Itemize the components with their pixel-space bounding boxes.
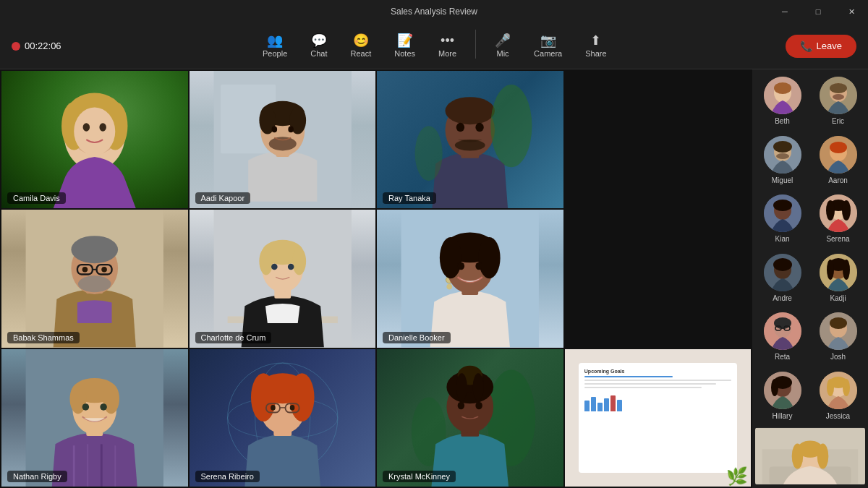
sidebar-miguel[interactable]: Miguel xyxy=(755,132,809,189)
sidebar-josh[interactable]: Josh xyxy=(811,308,865,366)
svg-point-43 xyxy=(271,264,278,270)
chat-button[interactable]: 💬 Chat xyxy=(300,30,337,62)
krystal-avatar xyxy=(377,349,563,487)
jessica-video-preview[interactable] xyxy=(755,427,865,485)
phone-icon: 📞 xyxy=(800,40,812,52)
title-bar: Sales Analysis Review ─ □ ✕ xyxy=(0,0,868,23)
people-label: People xyxy=(263,49,287,58)
camila-avatar xyxy=(1,71,188,208)
svg-point-17 xyxy=(288,127,294,133)
svg-point-87 xyxy=(456,373,467,401)
presentation-content: Upcoming Goals xyxy=(579,363,737,473)
serena-r-nametag: Serena Ribeiro xyxy=(195,471,260,482)
svg-point-41 xyxy=(259,248,273,275)
svg-point-79 xyxy=(289,405,294,411)
aadi-nametag: Aadi Kapoor xyxy=(195,192,251,204)
avatar-eric xyxy=(820,77,857,114)
close-button[interactable]: ✕ xyxy=(835,0,868,23)
react-label: React xyxy=(351,49,372,58)
tile-presentation[interactable]: Upcoming Goals 🌿 xyxy=(565,349,752,487)
chat-label: Chat xyxy=(310,49,327,58)
camera-label: Camera xyxy=(534,49,562,58)
svg-point-93 xyxy=(774,82,791,94)
sidebar-beth[interactable]: Beth xyxy=(755,72,809,130)
more-button[interactable]: ••• More xyxy=(428,30,467,62)
maximize-button[interactable]: □ xyxy=(801,0,835,23)
charlotte-avatar xyxy=(190,210,376,347)
camera-button[interactable]: 📷 Camera xyxy=(524,30,572,62)
sidebar-participants: Beth Eric xyxy=(752,69,868,488)
tile-danielle[interactable]: Danielle Booker xyxy=(377,210,563,347)
mic-button[interactable]: 🎤 Mic xyxy=(485,30,521,62)
svg-point-44 xyxy=(287,264,294,270)
tile-camila[interactable]: Camila Davis xyxy=(1,71,188,208)
svg-point-66 xyxy=(100,403,107,411)
sidebar-jessica[interactable]: Jessica xyxy=(811,367,865,424)
leave-button[interactable]: 📞 Leave xyxy=(786,35,856,58)
sidebar-eric[interactable]: Eric xyxy=(811,72,865,130)
name-andre: Andre xyxy=(773,294,792,302)
avatar-serena xyxy=(820,194,857,232)
presentation-title: Upcoming Goals xyxy=(584,369,731,374)
danielle-avatar xyxy=(377,210,563,347)
sidebar-kadji[interactable]: Kadji xyxy=(811,249,865,307)
sidebar-reta[interactable]: Reta xyxy=(755,308,809,366)
main-content: Camila Davis xyxy=(0,69,868,488)
toolbar-center: 👥 People 💬 Chat 😊 React 📝 Notes ••• More… xyxy=(84,30,786,62)
sidebar-aaron[interactable]: Aaron xyxy=(811,132,865,189)
svg-point-54 xyxy=(475,262,482,270)
svg-point-30 xyxy=(78,276,111,293)
aadi-avatar xyxy=(190,71,376,208)
tile-empty-r1c4 xyxy=(565,71,752,208)
notes-button[interactable]: 📝 Notes xyxy=(384,30,425,62)
share-button[interactable]: ⬆ Share xyxy=(575,30,616,62)
svg-point-53 xyxy=(458,262,465,270)
tile-serena-r[interactable]: Serena Ribeiro xyxy=(190,349,376,487)
video-grid: Camila Davis xyxy=(0,69,752,488)
krystal-nametag: Krystal McKinney xyxy=(383,471,456,482)
mic-icon: 🎤 xyxy=(495,34,511,47)
svg-point-74 xyxy=(289,373,314,421)
react-icon: 😊 xyxy=(353,34,369,47)
svg-point-96 xyxy=(830,83,847,93)
svg-point-5 xyxy=(74,107,115,155)
recording-indicator xyxy=(12,42,20,51)
ray-nametag: Ray Tanaka xyxy=(383,192,436,204)
svg-point-111 xyxy=(826,200,835,221)
danielle-nametag: Danielle Booker xyxy=(383,332,451,343)
sidebar-kian[interactable]: Kian xyxy=(755,190,809,248)
svg-point-34 xyxy=(82,267,88,273)
tile-aadi[interactable]: Aadi Kapoor xyxy=(190,71,376,208)
avatar-hillary xyxy=(764,372,801,409)
sidebar-hillary[interactable]: Hillary xyxy=(755,367,809,424)
svg-point-137 xyxy=(827,379,834,396)
tile-babak[interactable]: Babak Shammas xyxy=(1,210,188,347)
window-controls: ─ □ ✕ xyxy=(768,0,868,23)
people-button[interactable]: 👥 People xyxy=(252,30,297,62)
svg-point-22 xyxy=(456,123,464,132)
people-icon: 👥 xyxy=(267,34,283,47)
svg-point-97 xyxy=(833,94,844,100)
share-icon: ⬆ xyxy=(590,34,601,47)
sidebar-serena[interactable]: Serena xyxy=(811,190,865,248)
avatar-josh xyxy=(820,312,857,350)
sidebar-andre[interactable]: Andre xyxy=(755,249,809,307)
svg-point-120 xyxy=(843,260,850,280)
tile-ray[interactable]: Ray Tanaka xyxy=(377,71,563,208)
ray-avatar xyxy=(377,71,563,208)
chat-icon: 💬 xyxy=(311,34,327,47)
avatar-aaron xyxy=(820,136,857,174)
svg-point-51 xyxy=(440,237,461,278)
avatar-andre xyxy=(764,254,801,291)
tile-empty-r2c4 xyxy=(565,210,752,347)
timer: 00:22:06 xyxy=(12,40,84,51)
react-button[interactable]: 😊 React xyxy=(341,30,382,62)
tile-krystal[interactable]: Krystal McKinney xyxy=(377,349,563,487)
svg-point-16 xyxy=(271,127,277,133)
name-josh: Josh xyxy=(830,353,846,361)
tile-nathan[interactable]: Nathan Rigby xyxy=(1,349,188,487)
name-aaron: Aaron xyxy=(828,176,848,184)
avatar-jessica xyxy=(820,372,857,409)
minimize-button[interactable]: ─ xyxy=(768,0,801,23)
tile-charlotte[interactable]: Charlotte de Crum xyxy=(190,210,376,347)
